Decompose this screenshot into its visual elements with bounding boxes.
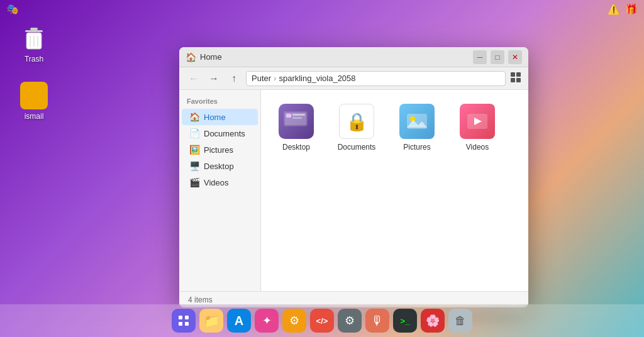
gift-icon[interactable]: 🎁 <box>625 3 638 15</box>
taskbar-mic-button[interactable]: 🎙 <box>365 309 389 333</box>
file-area: Desktop 🔒 Documents Pictures <box>261 90 528 291</box>
ismail-label: ismail <box>25 112 44 121</box>
window-controls: ─ □ ✕ <box>473 50 522 64</box>
grid-view-button[interactable] <box>509 71 522 86</box>
trash-svg <box>23 25 45 52</box>
taskbar-terminal-button[interactable]: >_ <box>393 309 417 333</box>
window-close-button[interactable]: ✕ <box>508 50 522 64</box>
svg-rect-12 <box>286 114 291 118</box>
sidebar-section-favorites: Favorites <box>179 96 260 109</box>
window-title-icon: 🏠 <box>186 52 196 62</box>
svg-rect-20 <box>179 316 182 319</box>
window-title-text: Home <box>200 52 222 62</box>
pictures-folder-icon <box>399 104 435 139</box>
sidebar-item-desktop[interactable]: 🖥️ Desktop <box>182 158 258 174</box>
sidebar-item-pictures[interactable]: 🖼️ Pictures <box>182 141 258 158</box>
svg-rect-21 <box>185 316 189 319</box>
pictures-sidebar-icon: 🖼️ <box>189 145 199 155</box>
alert-icon[interactable]: ⚠️ <box>608 3 620 15</box>
sidebar-videos-label: Videos <box>204 178 229 187</box>
svg-rect-22 <box>179 322 182 326</box>
breadcrumb-part1: Puter <box>252 74 271 83</box>
sidebar-item-documents[interactable]: 📄 Documents <box>182 125 258 141</box>
taskbar-puter-button[interactable]: ⚙ <box>282 309 306 333</box>
breadcrumb-sep1: › <box>274 74 276 83</box>
trash-label: Trash <box>25 55 43 64</box>
taskbar-craft-button[interactable]: ✦ <box>255 309 279 333</box>
up-button[interactable]: ↑ <box>226 70 242 87</box>
svg-rect-9 <box>516 78 521 82</box>
trash-icon <box>20 25 48 52</box>
file-item-videos[interactable]: Videos <box>452 100 502 155</box>
window-toolbar: ← → ↑ Puter › sparkling_viola_2058 <box>179 67 528 90</box>
desktop-folder-name: Desktop <box>282 143 310 152</box>
window-maximize-button[interactable]: □ <box>491 50 504 64</box>
svg-rect-7 <box>516 72 521 77</box>
sidebar-desktop-label: Desktop <box>204 162 234 171</box>
desktop-icon-trash[interactable]: Trash <box>12 25 56 64</box>
taskbar-trash-button[interactable]: 🗑 <box>448 309 472 333</box>
videos-sidebar-icon: 🎬 <box>189 177 199 187</box>
file-item-documents[interactable]: 🔒 Documents <box>331 100 382 155</box>
svg-rect-6 <box>511 72 515 77</box>
videos-folder-icon <box>460 104 495 139</box>
forward-button[interactable]: → <box>206 70 222 87</box>
svg-rect-23 <box>185 322 189 326</box>
taskbar-code-button[interactable]: </> <box>310 309 334 333</box>
topbar-logo-icon[interactable]: 🎭 <box>6 3 19 15</box>
sidebar-item-videos[interactable]: 🎬 Videos <box>182 174 258 191</box>
file-manager-window: 🏠 Home ─ □ ✕ ← → ↑ Puter › sparkling_vio… <box>179 47 528 307</box>
pictures-folder-name: Pictures <box>403 143 430 152</box>
videos-folder-name: Videos <box>466 143 489 152</box>
window-body: Favorites 🏠 Home 📄 Documents 🖼️ Pictures… <box>179 90 528 291</box>
svg-rect-13 <box>292 114 305 116</box>
window-titlebar: 🏠 Home ─ □ ✕ <box>179 47 528 67</box>
taskbar-font-button[interactable]: A <box>227 309 251 333</box>
svg-rect-14 <box>292 117 302 119</box>
topbar-left: 🎭 <box>6 3 19 15</box>
home-sidebar-icon: 🏠 <box>189 112 199 122</box>
svg-rect-1 <box>30 28 38 30</box>
back-button[interactable]: ← <box>186 70 202 87</box>
taskbar: 📁 A ✦ ⚙ </> ⚙ 🎙 >_ 🌸 🗑 <box>0 304 644 337</box>
taskbar-settings-button[interactable]: ⚙ <box>338 309 362 333</box>
breadcrumb-part2: sparkling_viola_2058 <box>279 74 355 83</box>
documents-folder-name: Documents <box>338 143 376 152</box>
desktop-icon-ismail[interactable]: ismail <box>12 82 56 121</box>
window-title-area: 🏠 Home <box>186 52 222 62</box>
documents-sidebar-icon: 📄 <box>189 128 199 138</box>
file-item-desktop[interactable]: Desktop <box>271 100 321 155</box>
taskbar-grid-button[interactable] <box>172 309 196 333</box>
sidebar-pictures-label: Pictures <box>204 145 233 155</box>
svg-point-16 <box>410 116 415 121</box>
sidebar-documents-label: Documents <box>204 129 245 138</box>
desktop-sidebar-icon: 🖥️ <box>189 161 199 171</box>
topbar-right: ⚠️ 🎁 <box>608 3 638 15</box>
file-item-pictures[interactable]: Pictures <box>392 100 442 155</box>
svg-rect-8 <box>511 78 515 82</box>
taskbar-sakura-button[interactable]: 🌸 <box>421 309 445 333</box>
window-minimize-button[interactable]: ─ <box>473 50 487 64</box>
topbar: 🎭 ⚠️ 🎁 <box>0 0 644 18</box>
documents-folder-icon: 🔒 <box>339 104 374 139</box>
breadcrumb[interactable]: Puter › sparkling_viola_2058 <box>246 71 506 86</box>
status-text: 4 items <box>188 296 213 304</box>
taskbar-files-button[interactable]: 📁 <box>199 309 223 333</box>
sidebar: Favorites 🏠 Home 📄 Documents 🖼️ Pictures… <box>179 90 261 291</box>
sidebar-home-label: Home <box>204 113 226 122</box>
svg-rect-0 <box>25 30 43 32</box>
sidebar-item-home[interactable]: 🏠 Home <box>182 109 258 125</box>
desktop-folder-icon <box>279 104 314 139</box>
ismail-icon <box>20 82 48 109</box>
